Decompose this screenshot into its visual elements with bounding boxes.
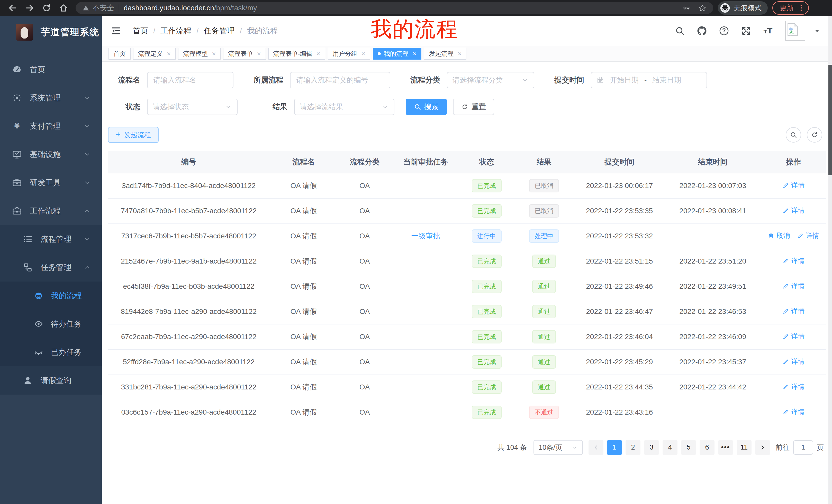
close-icon[interactable]: × (413, 50, 417, 57)
breadcrumb-item[interactable]: 工作流程 (160, 26, 191, 36)
current-task-cell (392, 349, 460, 374)
tab-process-model[interactable]: 流程模型× (178, 48, 220, 60)
breadcrumb-item[interactable]: 首页 (133, 26, 148, 36)
back-icon[interactable] (8, 3, 17, 12)
sidebar-item-system[interactable]: 系统管理 (0, 84, 102, 112)
detail-action-link[interactable]: 详情 (782, 357, 805, 366)
close-icon[interactable]: × (257, 50, 261, 57)
forward-icon[interactable] (25, 3, 34, 12)
detail-action-link[interactable]: 详情 (782, 332, 805, 341)
sidebar-item-leave-query[interactable]: 请假查询 (0, 366, 102, 395)
cancel-action-link[interactable]: 取消 (768, 231, 790, 240)
detail-action-link[interactable]: 详情 (782, 282, 805, 290)
name-input[interactable] (147, 72, 233, 88)
category-select[interactable]: 请选择流程分类 (447, 72, 534, 88)
close-icon[interactable]: × (212, 50, 216, 57)
sidebar-item-todo-tasks[interactable]: 待办任务 (0, 310, 102, 338)
page-button-3[interactable]: 3 (644, 440, 659, 455)
sidebar-item-done-tasks[interactable]: 已办任务 (0, 338, 102, 366)
page-button-2[interactable]: 2 (626, 440, 641, 455)
current-task-link[interactable]: 一级审批 (411, 232, 440, 240)
search-icon (790, 131, 797, 138)
browser-update-button[interactable]: 更新 (772, 1, 809, 15)
question-icon[interactable] (719, 26, 729, 36)
browser-toolbar: 不安全 dashboard.yudao.iocoder.cn/bpm/task/… (0, 0, 832, 16)
sidebar-item-label: 支付管理 (30, 121, 61, 132)
sidebar-item-workflow[interactable]: 工作流程 (0, 197, 102, 225)
table-row: 819442e8-7b9a-11ec-a290-acde48001122OA 请… (108, 299, 826, 324)
reset-button[interactable]: 重置 (453, 99, 494, 115)
page-button-1[interactable]: 1 (607, 440, 622, 455)
sidebar-item-label: 任务管理 (41, 262, 72, 273)
tab-process-definition[interactable]: 流程定义× (133, 48, 176, 60)
close-icon[interactable]: × (458, 50, 462, 57)
tab-my-process[interactable]: 我的流程× (373, 48, 421, 60)
detail-action-link[interactable]: 详情 (782, 181, 805, 190)
status-badge: 已完成 (472, 255, 502, 268)
process-name-cell: OA 请假 (269, 249, 338, 274)
address-bar[interactable]: 不安全 dashboard.yudao.iocoder.cn/bpm/task/… (76, 2, 713, 14)
start-process-button[interactable]: + 发起流程 (108, 127, 159, 143)
fullscreen-icon[interactable] (741, 26, 751, 36)
more-pages-button[interactable]: ••• (718, 440, 733, 455)
search-button[interactable]: 搜索 (406, 99, 447, 115)
result-select[interactable]: 请选择流结果 (294, 99, 394, 115)
refresh-table-button[interactable] (807, 127, 822, 143)
detail-action-link[interactable]: 详情 (782, 408, 805, 416)
detail-action-link[interactable]: 详情 (797, 231, 819, 240)
insecure-indicator[interactable]: 不安全 (82, 3, 114, 13)
close-icon[interactable]: × (316, 50, 320, 57)
caret-down-icon[interactable] (813, 27, 821, 34)
breadcrumb-item[interactable]: 任务管理 (204, 26, 235, 36)
process-name-cell: OA 请假 (269, 324, 338, 349)
tab-start-process[interactable]: 发起流程× (424, 48, 466, 60)
date-range-picker[interactable]: 开始日期 - 结束日期 (591, 72, 707, 88)
detail-action-link[interactable]: 详情 (782, 382, 805, 391)
sidebar-item-home[interactable]: 首页 (0, 55, 102, 84)
actions-cell: 详情 (761, 249, 826, 274)
tab-user-group[interactable]: 用户分组× (328, 48, 370, 60)
sidebar-item-my-process[interactable]: 我的流程 (0, 282, 102, 310)
close-icon[interactable]: × (167, 50, 171, 57)
prev-page-button[interactable] (589, 440, 603, 455)
detail-action-link[interactable]: 详情 (782, 206, 805, 215)
sidebar-item-task-management[interactable]: 任务管理 (0, 253, 102, 282)
star-icon[interactable] (698, 4, 706, 12)
close-icon[interactable]: × (362, 50, 365, 57)
status-select[interactable]: 请选择状态 (147, 99, 238, 115)
detail-action-link[interactable]: 详情 (782, 307, 805, 316)
sidebar-item-payment[interactable]: ¥支付管理 (0, 112, 102, 140)
column-header: 当前审批任务 (392, 151, 460, 173)
scrollbar-thumb[interactable] (828, 65, 832, 175)
tab-process-form-edit[interactable]: 流程表单-编辑× (268, 48, 325, 60)
chevron-up-icon (83, 207, 91, 215)
page-button-4[interactable]: 4 (662, 440, 677, 455)
page-button-6[interactable]: 6 (700, 440, 714, 455)
collapse-sidebar-icon[interactable] (110, 25, 121, 36)
github-icon[interactable] (697, 26, 707, 36)
show-search-button[interactable] (786, 127, 801, 143)
tags-view-bar: 首页流程定义×流程模型×流程表单×流程表单-编辑×用户分组×我的流程×发起流程× (102, 46, 832, 62)
table-row: 7317cec6-7b9b-11ec-b5b7-acde48001122OA 请… (108, 223, 826, 249)
home-icon[interactable] (59, 3, 68, 12)
current-task-cell: 一级审批 (392, 223, 460, 249)
detail-action-link[interactable]: 详情 (782, 256, 805, 265)
tab-home[interactable]: 首页 (108, 48, 131, 60)
next-page-button[interactable] (755, 440, 770, 455)
fontsize-icon[interactable]: TT (763, 26, 773, 36)
reload-icon[interactable] (42, 3, 51, 12)
sidebar-item-dev-tools[interactable]: 研发工具 (0, 169, 102, 197)
page-button-11[interactable]: 11 (737, 440, 752, 455)
kebab-menu-icon[interactable] (797, 4, 805, 12)
tab-process-form[interactable]: 流程表单× (223, 48, 266, 60)
page-button-5[interactable]: 5 (681, 440, 696, 455)
search-icon[interactable] (675, 26, 685, 36)
result-badge: 通过 (532, 381, 556, 394)
goto-page-input[interactable] (793, 440, 813, 455)
page-size-select[interactable]: 10条/页 (534, 440, 583, 455)
avatar[interactable] (785, 21, 805, 41)
definition-input[interactable] (290, 72, 390, 88)
sidebar-item-infrastructure[interactable]: 基础设施 (0, 140, 102, 169)
sidebar-item-process-management[interactable]: 流程管理 (0, 225, 102, 253)
key-icon[interactable] (682, 4, 691, 12)
